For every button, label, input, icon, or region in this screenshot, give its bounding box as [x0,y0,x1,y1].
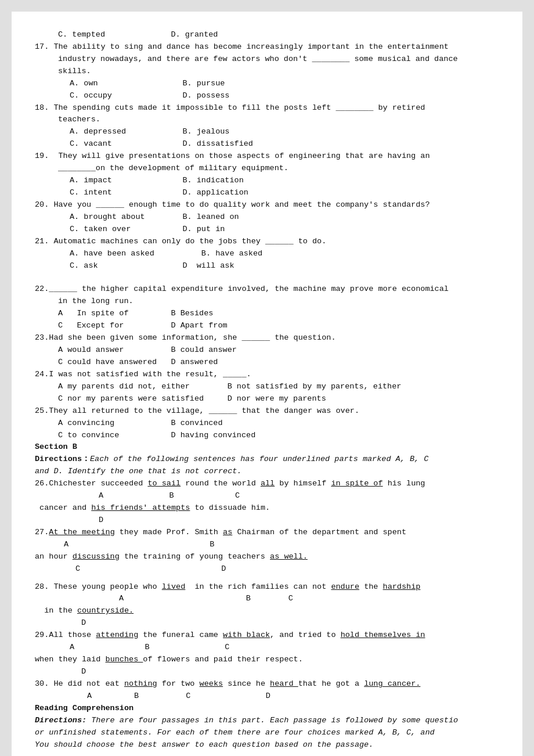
line-30: 30. He did not eat nothing for two weeks… [35,678,499,690]
line-24-a: A my parents did not, either B not satis… [58,381,499,393]
line-29: 29.All those attending the funeral came … [35,629,499,642]
line-29-cont: when they laid bunches of flowers and pa… [35,654,499,666]
line-19-c: C. intent D. application [70,187,499,199]
spacer-1 [35,272,499,278]
spacer-3 [35,575,499,581]
line-26-cont: cancer and his friends' attempts to diss… [35,502,499,514]
line-21: 21. Automatic machines can only do the j… [35,236,499,248]
line-17-cont1: industry nowadays, and there are few act… [58,53,499,66]
line-26: 26.Chichester succeeded to sail round th… [35,478,499,490]
line-19-cont: ________on the development of military e… [58,163,499,175]
section-b-header: Section B [35,441,499,453]
directions-rc: Directions: There are four passages in t… [35,715,499,727]
line-24: 24.I was not satisfied with the result, … [35,369,499,381]
line-25: 25.They all returned to the village, ___… [35,405,499,417]
line-26-d: D [99,514,499,527]
line-23: 23.Had she been given some information, … [35,332,499,344]
line-25-a: A convincing B convinced [58,417,499,430]
line-17-c: C. occupy D. possess [70,90,499,102]
line-20-a: A. brought about B. leaned on [70,211,499,224]
directions-b: Directions：Each of the following sentenc… [35,453,499,466]
line-17-cont2: skills. [58,66,499,78]
line-28-cont: in the countryside. [35,605,499,617]
line-23-c: C could have answered D answered [58,357,499,369]
line-27: 27.At the meeting they made Prof. Smith … [35,527,499,539]
line-27-labels: A B [64,539,499,551]
line-22-c: C Except for D Apart from [58,320,499,332]
line-17: 17. The ability to sing and dance has be… [35,41,499,53]
line-19: 19. They will give presentations on thos… [35,150,499,163]
spacer-2 [35,278,499,283]
line-30-labels: A B C D [87,690,499,703]
line-18-cont: teachers. [58,114,499,126]
line-28: 28. These young people who lived in the … [35,581,499,593]
exam-page: C. tempted D. granted 17. The ability to… [12,12,522,756]
line-19-a: A. impact B. indication [70,175,499,187]
line-c-tempted: C. tempted D. granted [58,29,499,41]
directions-b-cont1: and D. Identify the one that is not corr… [35,466,499,478]
line-18-a: A. depressed B. jealous [70,126,499,138]
line-20-c: C. taken over D. put in [70,224,499,236]
line-24-c: C nor my parents were satisfied D nor we… [58,393,499,405]
line-27-cd: C D [75,563,499,575]
directions-rc-cont1: or unfinished statements. For each of th… [35,727,499,739]
line-26-labels: A B C [99,490,499,502]
line-23-a: A would answer B could answer [58,344,499,357]
line-22: 22.______ the higher capital expenditure… [35,283,499,296]
line-22-cont: in the long run. [58,296,499,308]
line-25-c: C to convince D having convinced [58,430,499,442]
line-21-c: C. ask D will ask [70,260,499,272]
line-21-a: A. have been asked B. have asked [70,248,499,260]
line-18-c: C. vacant D. dissatisfied [70,138,499,150]
line-28-d: D [81,617,499,629]
directions-rc-cont2: You should choose the best answer to eac… [35,739,499,751]
line-17-a: A. own B. pursue [70,78,499,90]
line-27-cont: an hour discussing the training of young… [35,551,499,563]
line-29-d: D [81,666,499,678]
line-20: 20. Have you ______ enough time to do qu… [35,199,499,211]
line-22-a: A In spite of B Besides [58,308,499,320]
line-29-labels: A B C [70,642,499,654]
line-28-labels: A B C [119,593,499,605]
line-18: 18. The spending cuts made it impossible… [35,102,499,114]
reading-comprehension-header: Reading Comprehension [35,703,499,715]
